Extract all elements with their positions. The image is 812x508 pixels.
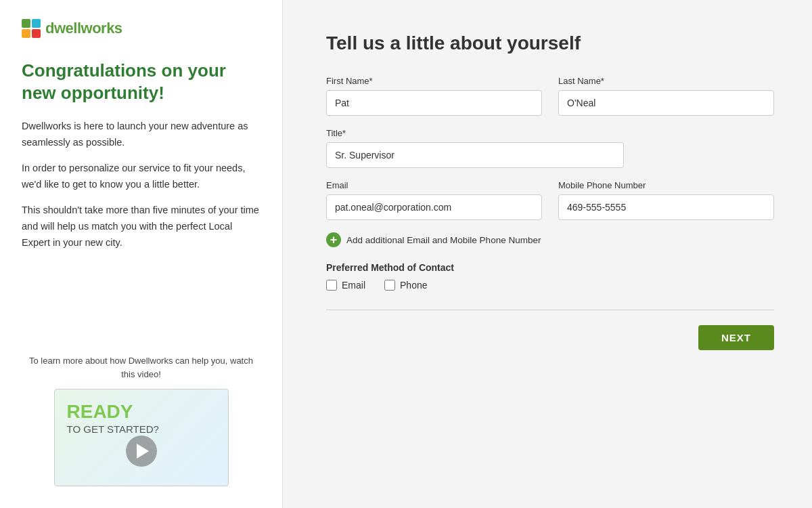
phone-input[interactable] [558, 194, 774, 220]
title-label: Title* [326, 128, 624, 138]
email-checkbox-item[interactable]: Email [326, 280, 365, 291]
left-para-3: This shouldn't take more than five minut… [22, 203, 261, 251]
last-name-label: Last Name* [558, 76, 774, 86]
video-thumbnail[interactable]: READY TO GET STARTED? [54, 389, 229, 486]
phone-label: Mobile Phone Number [558, 180, 774, 190]
first-name-label: First Name* [326, 76, 542, 86]
phone-checkbox-label: Phone [400, 280, 427, 291]
left-para-1: Dwellworks is here to launch your new ad… [22, 119, 261, 151]
bottom-row: NEXT [326, 325, 774, 350]
last-name-group: Last Name* [558, 76, 774, 116]
email-checkbox-label: Email [342, 280, 365, 291]
email-input[interactable] [326, 194, 542, 220]
video-prompt-text: To learn more about how Dwellworks can h… [22, 354, 261, 381]
logo-icon [22, 19, 41, 38]
preferred-contact-options: Email Phone [326, 280, 774, 291]
form-title: Tell us a little about yourself [326, 33, 774, 54]
first-name-input[interactable] [326, 90, 542, 116]
video-ready-label: READY TO GET STARTED? [67, 402, 159, 435]
name-row: First Name* Last Name* [326, 76, 774, 116]
last-name-input[interactable] [558, 90, 774, 116]
left-panel: dwellworks Congratulations on your new o… [0, 0, 283, 508]
add-contact-row[interactable]: + Add additional Email and Mobile Phone … [326, 232, 774, 247]
next-button[interactable]: NEXT [698, 325, 774, 350]
preferred-contact-label: Preferred Method of Contact [326, 262, 774, 273]
first-name-group: First Name* [326, 76, 542, 116]
logo-area: dwellworks [22, 19, 261, 38]
logo-text: dwellworks [45, 20, 122, 37]
title-group: Title* [326, 128, 624, 168]
form-divider [326, 310, 774, 310]
video-ready-word: READY [67, 402, 159, 423]
play-icon [137, 444, 149, 459]
add-contact-icon: + [326, 232, 341, 247]
phone-group: Mobile Phone Number [558, 180, 774, 220]
logo-icon-bl [22, 29, 30, 38]
right-panel: Tell us a little about yourself First Na… [283, 0, 812, 508]
title-row: Title* [326, 128, 774, 168]
title-input[interactable] [326, 142, 624, 168]
logo-icon-tl [22, 19, 30, 28]
congrats-heading: Congratulations on your new opportunity! [22, 60, 261, 104]
phone-checkbox-item[interactable]: Phone [384, 280, 427, 291]
logo-icon-tr [32, 19, 41, 28]
contact-row: Email Mobile Phone Number [326, 180, 774, 220]
add-contact-text: Add additional Email and Mobile Phone Nu… [346, 235, 541, 245]
preferred-contact-section: Preferred Method of Contact Email Phone [326, 262, 774, 291]
video-play-button[interactable] [126, 436, 157, 467]
email-checkbox[interactable] [326, 280, 337, 291]
email-group: Email [326, 180, 542, 220]
left-para-2: In order to personalize our service to f… [22, 161, 261, 193]
logo: dwellworks [22, 19, 261, 38]
email-label: Email [326, 180, 542, 190]
logo-icon-br [32, 29, 41, 38]
phone-checkbox[interactable] [384, 280, 395, 291]
video-to-get-started: TO GET STARTED? [67, 424, 159, 436]
profile-form: First Name* Last Name* Title* Email Mobi… [326, 76, 774, 291]
